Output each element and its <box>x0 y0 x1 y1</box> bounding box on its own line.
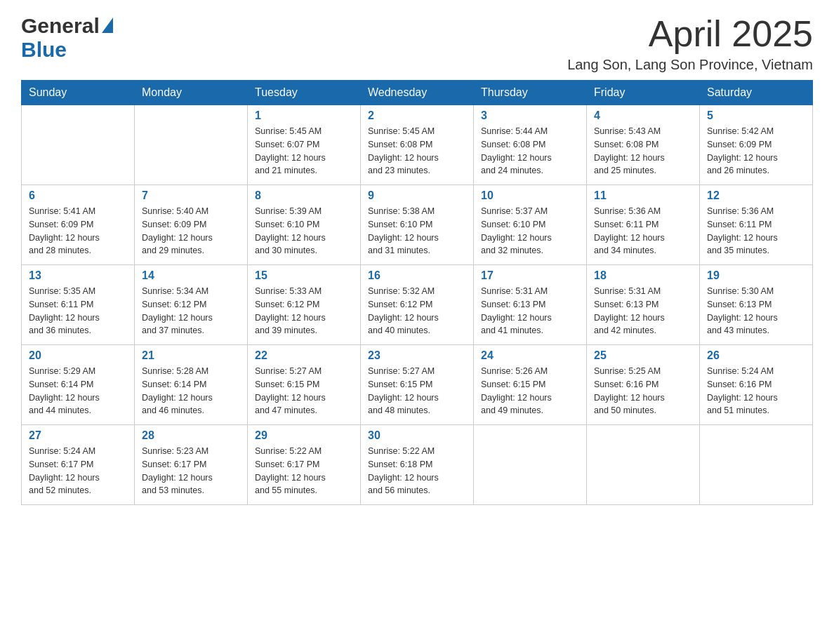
day-cell-3-3: 23Sunrise: 5:27 AM Sunset: 6:15 PM Dayli… <box>361 345 474 425</box>
day-info-26: Sunrise: 5:24 AM Sunset: 6:16 PM Dayligh… <box>707 365 805 417</box>
day-cell-4-1: 28Sunrise: 5:23 AM Sunset: 6:17 PM Dayli… <box>135 425 248 505</box>
day-cell-4-4 <box>474 425 587 505</box>
day-cell-2-3: 16Sunrise: 5:32 AM Sunset: 6:12 PM Dayli… <box>361 265 474 345</box>
day-cell-1-0: 6Sunrise: 5:41 AM Sunset: 6:09 PM Daylig… <box>22 185 135 265</box>
logo-blue: Blue <box>21 38 67 61</box>
day-info-16: Sunrise: 5:32 AM Sunset: 6:12 PM Dayligh… <box>368 285 466 337</box>
day-number-7: 7 <box>142 189 240 202</box>
day-cell-1-6: 12Sunrise: 5:36 AM Sunset: 6:11 PM Dayli… <box>700 185 813 265</box>
day-info-11: Sunrise: 5:36 AM Sunset: 6:11 PM Dayligh… <box>594 205 692 257</box>
day-info-5: Sunrise: 5:42 AM Sunset: 6:09 PM Dayligh… <box>707 125 805 177</box>
day-number-10: 10 <box>481 189 579 202</box>
header-sunday: Sunday <box>22 81 135 105</box>
day-info-17: Sunrise: 5:31 AM Sunset: 6:13 PM Dayligh… <box>481 285 579 337</box>
day-number-11: 11 <box>594 189 692 202</box>
day-info-7: Sunrise: 5:40 AM Sunset: 6:09 PM Dayligh… <box>142 205 240 257</box>
day-cell-4-0: 27Sunrise: 5:24 AM Sunset: 6:17 PM Dayli… <box>22 425 135 505</box>
day-cell-1-2: 8Sunrise: 5:39 AM Sunset: 6:10 PM Daylig… <box>248 185 361 265</box>
day-cell-3-5: 25Sunrise: 5:25 AM Sunset: 6:16 PM Dayli… <box>587 345 700 425</box>
day-number-4: 4 <box>594 109 692 122</box>
day-number-17: 17 <box>481 269 579 282</box>
day-info-4: Sunrise: 5:43 AM Sunset: 6:08 PM Dayligh… <box>594 125 692 177</box>
day-number-28: 28 <box>142 429 240 442</box>
day-info-29: Sunrise: 5:22 AM Sunset: 6:17 PM Dayligh… <box>255 445 353 497</box>
day-cell-3-0: 20Sunrise: 5:29 AM Sunset: 6:14 PM Dayli… <box>22 345 135 425</box>
day-number-21: 21 <box>142 349 240 362</box>
logo-general: General <box>21 14 100 38</box>
day-info-15: Sunrise: 5:33 AM Sunset: 6:12 PM Dayligh… <box>255 285 353 337</box>
week-row-1: 6Sunrise: 5:41 AM Sunset: 6:09 PM Daylig… <box>22 185 813 265</box>
day-number-22: 22 <box>255 349 353 362</box>
logo: General Blue <box>21 14 113 62</box>
day-cell-0-3: 2Sunrise: 5:45 AM Sunset: 6:08 PM Daylig… <box>361 105 474 185</box>
header-tuesday: Tuesday <box>248 81 361 105</box>
day-info-2: Sunrise: 5:45 AM Sunset: 6:08 PM Dayligh… <box>368 125 466 177</box>
day-cell-0-6: 5Sunrise: 5:42 AM Sunset: 6:09 PM Daylig… <box>700 105 813 185</box>
month-title: April 2025 <box>567 14 813 54</box>
day-number-12: 12 <box>707 189 805 202</box>
day-cell-4-3: 30Sunrise: 5:22 AM Sunset: 6:18 PM Dayli… <box>361 425 474 505</box>
day-info-13: Sunrise: 5:35 AM Sunset: 6:11 PM Dayligh… <box>29 285 127 337</box>
week-row-3: 20Sunrise: 5:29 AM Sunset: 6:14 PM Dayli… <box>22 345 813 425</box>
day-cell-1-4: 10Sunrise: 5:37 AM Sunset: 6:10 PM Dayli… <box>474 185 587 265</box>
day-cell-2-2: 15Sunrise: 5:33 AM Sunset: 6:12 PM Dayli… <box>248 265 361 345</box>
day-number-8: 8 <box>255 189 353 202</box>
day-number-2: 2 <box>368 109 466 122</box>
day-number-27: 27 <box>29 429 127 442</box>
title-section: April 2025 Lang Son, Lang Son Province, … <box>567 14 813 73</box>
day-info-12: Sunrise: 5:36 AM Sunset: 6:11 PM Dayligh… <box>707 205 805 257</box>
day-number-3: 3 <box>481 109 579 122</box>
day-cell-1-1: 7Sunrise: 5:40 AM Sunset: 6:09 PM Daylig… <box>135 185 248 265</box>
header-wednesday: Wednesday <box>361 81 474 105</box>
day-cell-3-4: 24Sunrise: 5:26 AM Sunset: 6:15 PM Dayli… <box>474 345 587 425</box>
day-number-25: 25 <box>594 349 692 362</box>
day-info-9: Sunrise: 5:38 AM Sunset: 6:10 PM Dayligh… <box>368 205 466 257</box>
day-cell-2-5: 18Sunrise: 5:31 AM Sunset: 6:13 PM Dayli… <box>587 265 700 345</box>
day-cell-0-4: 3Sunrise: 5:44 AM Sunset: 6:08 PM Daylig… <box>474 105 587 185</box>
weekday-header-row: Sunday Monday Tuesday Wednesday Thursday… <box>22 81 813 105</box>
day-cell-2-4: 17Sunrise: 5:31 AM Sunset: 6:13 PM Dayli… <box>474 265 587 345</box>
day-info-23: Sunrise: 5:27 AM Sunset: 6:15 PM Dayligh… <box>368 365 466 417</box>
day-cell-1-3: 9Sunrise: 5:38 AM Sunset: 6:10 PM Daylig… <box>361 185 474 265</box>
day-cell-4-5 <box>587 425 700 505</box>
header-friday: Friday <box>587 81 700 105</box>
day-info-20: Sunrise: 5:29 AM Sunset: 6:14 PM Dayligh… <box>29 365 127 417</box>
day-info-6: Sunrise: 5:41 AM Sunset: 6:09 PM Dayligh… <box>29 205 127 257</box>
day-number-16: 16 <box>368 269 466 282</box>
logo-triangle-icon <box>102 18 113 33</box>
day-info-8: Sunrise: 5:39 AM Sunset: 6:10 PM Dayligh… <box>255 205 353 257</box>
day-number-30: 30 <box>368 429 466 442</box>
week-row-2: 13Sunrise: 5:35 AM Sunset: 6:11 PM Dayli… <box>22 265 813 345</box>
day-number-24: 24 <box>481 349 579 362</box>
day-info-22: Sunrise: 5:27 AM Sunset: 6:15 PM Dayligh… <box>255 365 353 417</box>
day-info-1: Sunrise: 5:45 AM Sunset: 6:07 PM Dayligh… <box>255 125 353 177</box>
day-info-14: Sunrise: 5:34 AM Sunset: 6:12 PM Dayligh… <box>142 285 240 337</box>
day-number-18: 18 <box>594 269 692 282</box>
day-number-15: 15 <box>255 269 353 282</box>
day-number-5: 5 <box>707 109 805 122</box>
day-info-3: Sunrise: 5:44 AM Sunset: 6:08 PM Dayligh… <box>481 125 579 177</box>
day-number-26: 26 <box>707 349 805 362</box>
page-header: General Blue April 2025 Lang Son, Lang S… <box>21 14 813 73</box>
header-thursday: Thursday <box>474 81 587 105</box>
day-info-28: Sunrise: 5:23 AM Sunset: 6:17 PM Dayligh… <box>142 445 240 497</box>
day-cell-0-0 <box>22 105 135 185</box>
day-cell-2-1: 14Sunrise: 5:34 AM Sunset: 6:12 PM Dayli… <box>135 265 248 345</box>
day-info-19: Sunrise: 5:30 AM Sunset: 6:13 PM Dayligh… <box>707 285 805 337</box>
day-cell-3-2: 22Sunrise: 5:27 AM Sunset: 6:15 PM Dayli… <box>248 345 361 425</box>
day-number-14: 14 <box>142 269 240 282</box>
day-number-1: 1 <box>255 109 353 122</box>
day-cell-3-6: 26Sunrise: 5:24 AM Sunset: 6:16 PM Dayli… <box>700 345 813 425</box>
day-info-25: Sunrise: 5:25 AM Sunset: 6:16 PM Dayligh… <box>594 365 692 417</box>
day-info-21: Sunrise: 5:28 AM Sunset: 6:14 PM Dayligh… <box>142 365 240 417</box>
day-cell-3-1: 21Sunrise: 5:28 AM Sunset: 6:14 PM Dayli… <box>135 345 248 425</box>
day-cell-4-6 <box>700 425 813 505</box>
day-cell-0-1 <box>135 105 248 185</box>
day-info-18: Sunrise: 5:31 AM Sunset: 6:13 PM Dayligh… <box>594 285 692 337</box>
location-title: Lang Son, Lang Son Province, Vietnam <box>567 57 813 73</box>
day-info-30: Sunrise: 5:22 AM Sunset: 6:18 PM Dayligh… <box>368 445 466 497</box>
day-info-10: Sunrise: 5:37 AM Sunset: 6:10 PM Dayligh… <box>481 205 579 257</box>
week-row-0: 1Sunrise: 5:45 AM Sunset: 6:07 PM Daylig… <box>22 105 813 185</box>
day-number-23: 23 <box>368 349 466 362</box>
header-saturday: Saturday <box>700 81 813 105</box>
